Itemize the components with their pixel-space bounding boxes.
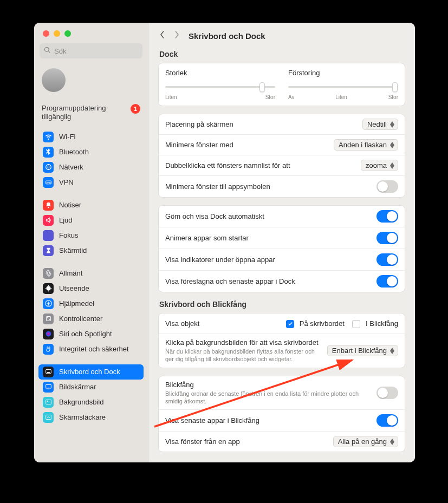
dblclick-label: Dubbelklicka ett fönsters namnlist för a… [165,161,290,169]
sidebar-item-wi-fi[interactable]: Wi-Fi [38,129,144,145]
moon-icon [43,230,54,241]
indicators-toggle[interactable] [376,253,398,266]
sidebar-item-sk-rmsl-ckare[interactable]: Skärmsläckare [38,410,144,425]
click-bg-select[interactable]: Enbart i Blickfång [327,345,398,356]
displays-icon [43,382,54,393]
sidebar-item-label: Skärmtid [59,246,87,254]
dock-icon [43,367,54,377]
mag-max-label: Stor [388,94,398,100]
position-label: Placering på skärmen [165,120,233,128]
search-input[interactable] [54,47,138,55]
sidebar-item-ljud[interactable]: Ljud [38,213,144,228]
wallpaper-icon [43,397,54,408]
animate-label: Animera appar som startar [165,234,249,242]
sidebar-item-fokus[interactable]: Fokus [38,228,144,243]
svg-point-5 [48,302,49,303]
sidebar-item-hj-lpmedel[interactable]: Hjälpmedel [38,296,144,311]
svg-rect-15 [46,415,51,419]
sidebar-item-label: Allmänt [59,269,82,277]
sidebar-item-label: Notiser [59,201,81,209]
content-scroll[interactable]: Dock Storlek Liten Stor [148,47,415,462]
sidebar-item-kontrollcenter[interactable]: Kontrollcenter [38,311,144,326]
hourglass-icon [43,245,54,256]
mag-off-label: Av [288,94,295,100]
mag-slider-knob[interactable] [392,82,398,92]
search-icon [44,46,51,56]
svg-rect-12 [46,384,51,388]
back-button[interactable] [158,30,166,41]
mag-min-label: Liten [335,94,347,100]
avatar[interactable] [42,68,66,92]
sidebar-item-bildsk-rmar[interactable]: Bildskärmar [38,380,144,395]
svg-point-3 [46,286,50,290]
recent-apps-label: Visa senaste appar i Blickfång [165,416,259,424]
autohide-toggle[interactable] [376,210,398,223]
sidebar-item-label: Skrivbord och Dock [59,368,120,376]
sidebar-item-label: Nätverk [59,163,83,171]
chevron-updown-icon [390,439,394,445]
bell-icon [43,200,54,211]
update-badge: 1 [131,104,140,114]
windows-from-select[interactable]: Alla på en gång [333,436,398,447]
zoom-window-button[interactable] [64,30,71,37]
svg-rect-13 [46,400,51,404]
dblclick-select[interactable]: zooma [361,160,398,171]
stage-label: Blickfång [165,381,371,389]
sidebar: Programuppdatering tillgänglig 1 Wi-FiBl… [34,23,148,462]
stage-toggle[interactable] [376,387,398,399]
show-items-card: Visa objekt På skrivbordet I Blickfång K… [158,313,405,368]
appearance-icon [43,283,54,294]
sidebar-item-sk-rmtid[interactable]: Skärmtid [38,243,144,258]
sidebar-item-bakgrundsbild[interactable]: Bakgrundsbild [38,395,144,410]
search-field[interactable] [40,43,142,58]
in-stage-checkbox[interactable] [352,320,360,328]
chevron-updown-icon [390,121,394,128]
sidebar-item-vpn[interactable]: VPNVPN [38,175,144,190]
position-select[interactable]: Nedtill [362,119,398,130]
forward-button[interactable] [173,30,181,41]
in-stage-label: I Blickfång [366,320,398,328]
windows-from-label: Visa fönster från en app [165,437,240,446]
autohide-label: Göm och visa Dock automatiskt [165,212,264,220]
size-min-label: Liten [165,94,177,100]
on-desktop-checkbox[interactable] [286,320,294,328]
on-desktop-label: På skrivbordet [300,320,345,328]
svg-point-9 [46,331,51,337]
accessibility-icon [43,298,54,309]
indicators-label: Visa indikatorer under öppna appar [165,256,275,264]
svg-point-14 [47,401,48,402]
software-update-label: Programuppdatering tillgänglig [42,104,125,122]
sidebar-item-siri-och-spotlight[interactable]: Siri och Spotlight [38,326,144,342]
close-window-button[interactable] [43,30,49,37]
recent-apps-toggle[interactable] [376,414,398,427]
minimize-effect-select[interactable]: Anden i flaskan [334,139,398,151]
sidebar-item-label: Wi-Fi [59,133,75,141]
page-title: Skrivbord och Dock [189,31,265,41]
stage-desc: Blickfång ordnar de senaste fönstren i e… [165,390,371,406]
svg-rect-6 [46,316,50,321]
sidebar-item-label: Bildskärmar [59,383,96,391]
dock-options-card: Placering på skärmen Nedtill Minimera fö… [158,114,405,198]
sidebar-item-label: Skärmsläckare [59,413,106,421]
sidebar-item-bluetooth[interactable]: Bluetooth [38,145,144,160]
sidebar-item-n-tverk[interactable]: Nätverk [38,160,144,175]
suggested-toggle[interactable] [376,275,398,288]
size-slider[interactable] [165,81,275,92]
suggested-label: Visa föreslagna och senaste appar i Dock [165,277,295,285]
sidebar-item-notiser[interactable]: Notiser [38,198,144,213]
sidebar-item-integritet-och-s-kerhet[interactable]: Integritet och säkerhet [38,342,144,357]
minimize-window-button[interactable] [54,30,60,37]
globe-icon [43,162,54,173]
svg-point-7 [47,317,48,318]
chevron-updown-icon [390,142,394,148]
sidebar-item-allm-nt[interactable]: Allmänt [38,266,144,281]
sidebar-item-label: Bakgrundsbild [59,398,103,406]
software-update-item[interactable]: Programuppdatering tillgänglig 1 [34,95,148,126]
size-slider-knob[interactable] [259,82,265,92]
mag-slider[interactable] [288,81,398,92]
click-bg-label: Klicka på bakgrundsbilden för att visa s… [165,338,322,347]
sidebar-item-skrivbord-och-dock[interactable]: Skrivbord och Dock [38,364,144,380]
min-to-app-toggle[interactable] [376,180,398,193]
sidebar-item-utseende[interactable]: Utseende [38,281,144,296]
animate-toggle[interactable] [376,232,398,244]
